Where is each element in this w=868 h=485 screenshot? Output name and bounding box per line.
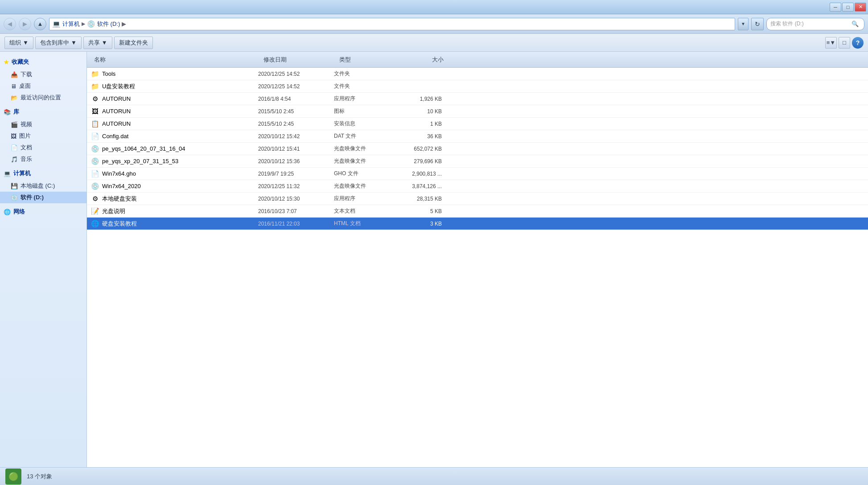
file-icon: 📁 (91, 70, 99, 78)
desktop-label: 桌面 (19, 82, 31, 90)
documents-label: 文档 (21, 144, 32, 152)
download-icon: 📥 (11, 71, 18, 78)
organize-button[interactable]: 组织 ▼ (4, 37, 33, 49)
help-icon: ? (856, 39, 860, 46)
file-date: 2020/10/12 15:36 (258, 158, 334, 164)
file-name: pe_yqs_xp_20_07_31_15_53 (102, 158, 258, 164)
network-icon: 🌐 (4, 209, 11, 215)
table-row[interactable]: 📄 Config.dat 2020/10/12 15:42 DAT 文件 36 … (87, 130, 868, 143)
breadcrumb-computer[interactable]: 计算机 (62, 20, 80, 28)
file-name: Win7x64.gho (102, 170, 258, 177)
col-header-name[interactable]: 名称 (91, 56, 260, 64)
toolbar: 组织 ▼ 包含到库中 ▼ 共享 ▼ 新建文件夹 ≡ ▼ □ ? (0, 34, 868, 52)
table-row[interactable]: 📁 Tools 2020/12/25 14:52 文件夹 (87, 68, 868, 80)
table-row[interactable]: 🖼 AUTORUN 2015/5/10 2:45 图标 10 KB (87, 105, 868, 118)
computer-sidebar-icon: 💻 (4, 170, 11, 177)
file-date: 2020/10/12 15:30 (258, 196, 334, 202)
file-type: 光盘映像文件 (334, 182, 392, 190)
file-icon: 🌐 (91, 220, 99, 228)
refresh-button[interactable]: ↻ (751, 18, 764, 30)
file-size: 28,315 KB (392, 196, 445, 202)
table-row[interactable]: 📝 光盘说明 2016/10/23 7:07 文本文档 5 KB (87, 205, 868, 218)
file-name: 本地硬盘安装 (102, 195, 258, 203)
file-size: 2,900,813 ... (392, 171, 445, 177)
file-type: 光盘映像文件 (334, 145, 392, 152)
view-button[interactable]: ≡ ▼ (825, 37, 837, 49)
preview-button[interactable]: □ (839, 37, 850, 49)
file-name: AUTORUN (102, 120, 258, 127)
file-date: 2020/12/25 11:32 (258, 183, 334, 189)
col-header-size[interactable]: 大小 (394, 56, 447, 64)
search-bar[interactable]: 搜索 软件 (D:) 🔍 (766, 18, 864, 30)
forward-icon: ▶ (23, 21, 27, 27)
new-folder-label: 新建文件夹 (119, 39, 148, 47)
up-button[interactable]: ▲ (34, 18, 46, 30)
drive-c-label: 本地磁盘 (C:) (21, 182, 55, 190)
recent-icon: 📂 (11, 95, 18, 101)
minimize-button[interactable]: ─ (830, 3, 841, 12)
table-row[interactable]: 💿 pe_yqs_1064_20_07_31_16_04 2020/10/12 … (87, 143, 868, 155)
sidebar-item-pictures[interactable]: 🖼 图片 (0, 130, 86, 142)
file-size: 3 KB (392, 221, 445, 227)
address-dropdown[interactable]: ▼ (738, 18, 749, 30)
sidebar-item-drive-d[interactable]: 💿 软件 (D:) (0, 192, 86, 203)
table-row[interactable]: 🌐 硬盘安装教程 2016/11/21 22:03 HTML 文档 3 KB (87, 218, 868, 230)
music-icon: 🎵 (11, 156, 18, 163)
sidebar-item-documents[interactable]: 📄 文档 (0, 142, 86, 153)
sidebar-item-desktop[interactable]: 🖥 桌面 (0, 80, 86, 92)
sidebar-item-download[interactable]: 📥 下载 (0, 69, 86, 80)
library-header[interactable]: 📚 库 (0, 105, 86, 119)
sidebar-item-drive-c[interactable]: 💾 本地磁盘 (C:) (0, 180, 86, 192)
file-icon: 📄 (91, 132, 99, 140)
table-row[interactable]: ⚙ 本地硬盘安装 2020/10/12 15:30 应用程序 28,315 KB (87, 193, 868, 205)
file-icon: 📋 (91, 120, 99, 128)
forward-button[interactable]: ▶ (19, 18, 31, 30)
toolbar-right-buttons: ≡ ▼ □ ? (825, 37, 864, 49)
sidebar-item-video[interactable]: 🎬 视频 (0, 119, 86, 130)
maximize-button[interactable]: □ (842, 3, 854, 12)
library-section: 📚 库 🎬 视频 🖼 图片 📄 文档 🎵 音乐 (0, 105, 86, 165)
help-button[interactable]: ? (852, 37, 864, 49)
file-list[interactable]: 📁 Tools 2020/12/25 14:52 文件夹 📁 U盘安装教程 20… (87, 68, 868, 467)
favorites-icon: ★ (4, 59, 9, 66)
col-header-type[interactable]: 类型 (336, 56, 394, 64)
table-row[interactable]: 📄 Win7x64.gho 2019/9/7 19:25 GHO 文件 2,90… (87, 168, 868, 180)
table-row[interactable]: 📋 AUTORUN 2015/5/10 2:45 安装信息 1 KB (87, 118, 868, 130)
file-date: 2015/5/10 2:45 (258, 121, 334, 127)
file-type: HTML 文档 (334, 220, 392, 227)
file-type: 安装信息 (334, 120, 392, 127)
file-size: 1,926 KB (392, 96, 445, 102)
sidebar-item-music[interactable]: 🎵 音乐 (0, 153, 86, 165)
favorites-label: 收藏夹 (12, 58, 29, 66)
network-header[interactable]: 🌐 网络 (0, 205, 86, 218)
table-row[interactable]: 📁 U盘安装教程 2020/12/25 14:52 文件夹 (87, 80, 868, 93)
include-label: 包含到库中 (40, 39, 69, 47)
sidebar-item-recent[interactable]: 📂 最近访问的位置 (0, 92, 86, 103)
table-row[interactable]: 💿 Win7x64_2020 2020/12/25 11:32 光盘映像文件 3… (87, 180, 868, 193)
back-button[interactable]: ◀ (4, 18, 16, 30)
computer-label: 计算机 (13, 169, 31, 177)
file-name: U盘安装教程 (102, 82, 258, 90)
share-button[interactable]: 共享 ▼ (83, 37, 112, 49)
file-icon: 💿 (91, 157, 99, 165)
drive-d-icon: 💿 (11, 194, 18, 201)
close-button[interactable]: ✕ (855, 3, 866, 12)
include-button[interactable]: 包含到库中 ▼ (35, 37, 82, 49)
search-icon[interactable]: 🔍 (850, 19, 860, 29)
addressbar: ◀ ▶ ▲ 💻 计算机 ▶ 💿 软件 (D:) ▶ ▼ ↻ 搜索 软件 (D:)… (0, 14, 868, 34)
computer-header[interactable]: 💻 计算机 (0, 167, 86, 180)
titlebar-buttons: ─ □ ✕ (830, 3, 866, 12)
table-row[interactable]: 💿 pe_yqs_xp_20_07_31_15_53 2020/10/12 15… (87, 155, 868, 168)
file-date: 2016/10/23 7:07 (258, 208, 334, 214)
breadcrumb-drive[interactable]: 软件 (D:) (97, 20, 120, 28)
col-header-date[interactable]: 修改日期 (260, 56, 336, 64)
table-row[interactable]: ⚙ AUTORUN 2016/1/8 4:54 应用程序 1,926 KB (87, 93, 868, 105)
status-count: 13 个对象 (27, 473, 52, 481)
library-label: 库 (13, 108, 19, 116)
favorites-header[interactable]: ★ 收藏夹 (0, 55, 86, 69)
file-date: 2020/10/12 15:41 (258, 146, 334, 152)
content-area: 名称 修改日期 类型 大小 📁 Tools 2020/12/25 14:52 文… (87, 52, 868, 467)
file-type: GHO 文件 (334, 170, 392, 177)
pictures-label: 图片 (19, 132, 31, 140)
new-folder-button[interactable]: 新建文件夹 (114, 37, 153, 49)
